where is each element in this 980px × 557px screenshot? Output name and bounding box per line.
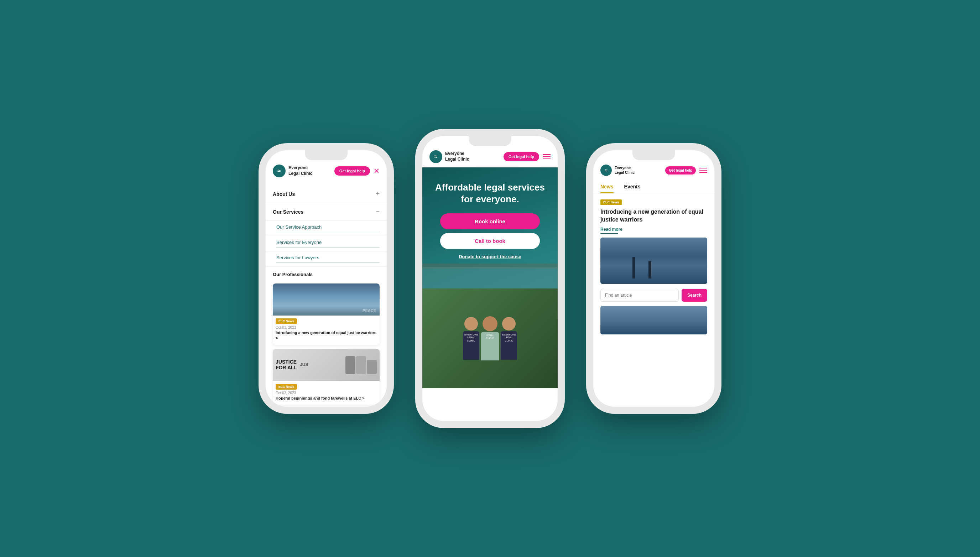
news-content: ELC News Introducing a new generation of… xyxy=(593,194,715,339)
notch-1 xyxy=(305,150,348,160)
hero-title: Affordable legal services for everyone. xyxy=(422,182,558,205)
news-card-2-image: JUSTICEFOR ALL JUS xyxy=(273,349,379,381)
phone-hero: ≈ Everyone Legal Clinic Get legal help xyxy=(415,129,565,428)
news-date-2: Oct 03, 2023 xyxy=(273,391,379,396)
person-body-2: LEGALCLINIC xyxy=(481,332,499,360)
news-tabs: News Events xyxy=(593,180,715,194)
news-title-2: Hopeful beginnings and fond farewells at… xyxy=(273,396,379,405)
people-photo-section: EVERYONELEGALCLINIC LEGALCLINIC EVERYONE… xyxy=(422,288,558,388)
img2-sky xyxy=(601,306,707,334)
p3-article-title: Introducing a new generation of equal ju… xyxy=(601,208,707,224)
elc-badge-1: ELC News xyxy=(276,318,297,324)
search-button[interactable]: Search xyxy=(682,289,707,302)
nav-service-approach[interactable]: Our Service Approach xyxy=(265,221,387,236)
person-head-2 xyxy=(482,316,498,331)
notch-2 xyxy=(469,136,511,146)
nav-expand-icon-services: − xyxy=(376,208,379,215)
person-figure-3: EVERYONELEGALCLINIC xyxy=(501,317,517,360)
logo-area-3: ≈ Everyone Legal Clinic xyxy=(601,164,635,176)
person-body-3: EVERYONELEGALCLINIC xyxy=(501,331,517,360)
tab-news[interactable]: News xyxy=(601,184,614,193)
news-date-1: Oct 03, 2023 xyxy=(273,326,379,330)
legal-help-btn-1[interactable]: Get legal help xyxy=(334,166,370,176)
elc-badge-2: ELC News xyxy=(276,384,297,389)
legal-help-btn-2[interactable]: Get legal help xyxy=(503,152,539,161)
nav-our-services[interactable]: Our Services − xyxy=(265,203,387,221)
phone2-header-right: Get legal help xyxy=(503,152,550,161)
article-secondary-image xyxy=(601,306,707,334)
tab-events[interactable]: Events xyxy=(624,184,641,193)
logo-area-1: ≈ Everyone Legal Clinic xyxy=(273,164,312,178)
person-figure-1: EVERYONELEGALCLINIC xyxy=(463,317,479,360)
article-search-row: Search xyxy=(601,289,707,302)
phone-news-screen: ≈ Everyone Legal Clinic Get legal help xyxy=(593,150,715,407)
close-icon-1[interactable]: ✕ xyxy=(374,167,379,175)
read-more-underline xyxy=(601,233,618,234)
news-card-1-image xyxy=(273,283,379,316)
logo-icon-3: ≈ xyxy=(601,164,612,176)
nav-services-everyone[interactable]: Services for Everyone xyxy=(265,236,387,251)
phone-hero-screen: ≈ Everyone Legal Clinic Get legal help xyxy=(422,136,558,421)
logo-text-2: Everyone Legal Clinic xyxy=(445,151,469,162)
person-head-1 xyxy=(464,317,478,331)
logo-area-2: ≈ Everyone Legal Clinic xyxy=(430,150,469,163)
logo-text-1: Everyone Legal Clinic xyxy=(288,165,312,176)
img-pier-2 xyxy=(648,261,651,278)
logo-text-3: Everyone Legal Clinic xyxy=(615,166,635,175)
search-input[interactable] xyxy=(601,289,679,302)
phone-menu-screen: ≈ Everyone Legal Clinic Get legal help ✕… xyxy=(265,150,387,407)
book-online-btn[interactable]: Book online xyxy=(440,213,540,230)
people-photo: EVERYONELEGALCLINIC LEGALCLINIC EVERYONE… xyxy=(422,288,558,388)
hero-water xyxy=(422,267,558,288)
news-card-1[interactable]: ELC News Oct 03, 2023 Introducing a new … xyxy=(273,283,379,345)
call-to-book-btn[interactable]: Call to book xyxy=(440,233,540,249)
hero-section: Affordable legal services for everyone. … xyxy=(422,168,558,288)
person-figure-2: LEGALCLINIC xyxy=(481,316,499,360)
person-body-1: EVERYONELEGALCLINIC xyxy=(463,331,479,360)
notch-3 xyxy=(632,150,675,160)
nav-expand-icon-about: + xyxy=(376,190,379,198)
donate-link[interactable]: Donate to support the cause xyxy=(459,254,521,259)
nav-services-lawyers[interactable]: Services for Lawyers xyxy=(265,251,387,267)
news-card-2[interactable]: JUSTICEFOR ALL JUS ELC News Oct 03, 2023… xyxy=(273,349,379,405)
nav-professionals: Our Professionals xyxy=(265,267,387,280)
phone-menu: ≈ Everyone Legal Clinic Get legal help ✕… xyxy=(259,143,394,414)
article-main-image xyxy=(601,238,707,284)
phone3-header-right: Get legal help xyxy=(665,166,707,174)
hamburger-icon-3[interactable] xyxy=(699,168,707,173)
hamburger-icon-2[interactable] xyxy=(543,154,550,159)
phone-news: ≈ Everyone Legal Clinic Get legal help xyxy=(586,143,721,414)
logo-icon-2: ≈ xyxy=(430,150,442,163)
phone1-nav: About Us + Our Services − Our Service Ap… xyxy=(265,182,387,283)
img-water xyxy=(601,265,707,284)
legal-help-btn-3[interactable]: Get legal help xyxy=(665,166,696,174)
logo-icon-1: ≈ xyxy=(273,164,286,178)
img-pier-1 xyxy=(632,257,635,278)
scene: ≈ Everyone Legal Clinic Get legal help ✕… xyxy=(63,129,917,428)
read-more-link[interactable]: Read more xyxy=(601,227,707,232)
hero-landscape xyxy=(422,246,558,288)
news-title-1: Introducing a new generation of equal ju… xyxy=(273,330,379,345)
nav-about-us[interactable]: About Us + xyxy=(265,185,387,203)
phone1-header-right: Get legal help ✕ xyxy=(334,166,379,176)
person-head-3 xyxy=(502,317,516,331)
p3-elc-badge: ELC News xyxy=(601,199,622,205)
